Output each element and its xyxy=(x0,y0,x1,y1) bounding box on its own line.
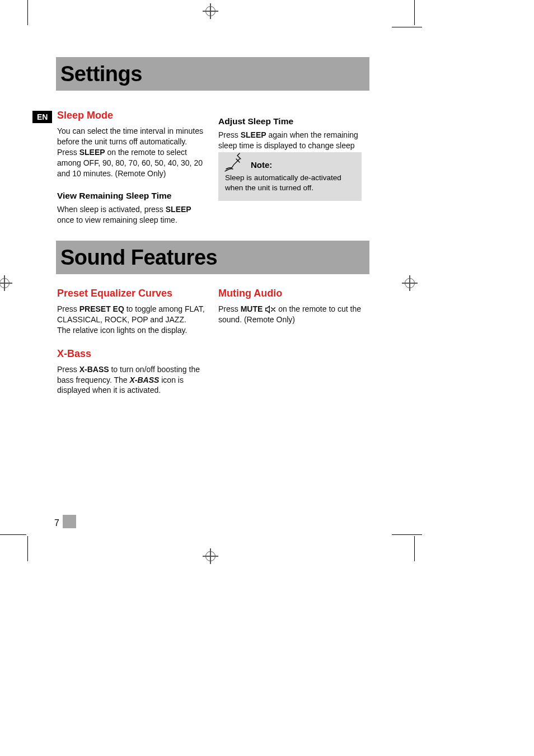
page-square-decoration xyxy=(63,515,76,528)
text-preset-eq-2: The relative icon lights on the display. xyxy=(57,325,208,336)
heading-view-remaining: View Remaining Sleep Time xyxy=(57,191,208,201)
text: Press xyxy=(218,130,241,139)
col-preset-eq: Preset Equalizer Curves Press PRESET EQ … xyxy=(57,288,208,396)
heading-xbass: X-Bass xyxy=(57,348,208,360)
button-label-preset-eq: PRESET EQ xyxy=(79,304,124,313)
button-label-sleep: SLEEP xyxy=(166,205,191,214)
button-label-mute: MUTE xyxy=(241,304,263,313)
registration-mark-icon xyxy=(0,275,12,291)
registration-mark-icon xyxy=(203,548,218,564)
col-sleep-mode: Sleep Mode You can select the time inter… xyxy=(57,110,208,226)
crop-mark xyxy=(414,536,415,561)
crop-mark xyxy=(27,0,28,25)
text: Press xyxy=(57,148,79,157)
crop-mark xyxy=(392,534,422,535)
hand-pencil-icon xyxy=(223,151,245,173)
section-banner-sound-features: Sound Features xyxy=(56,241,369,274)
crop-mark xyxy=(392,27,422,27)
heading-adjust-sleep: Adjust Sleep Time xyxy=(218,116,364,126)
text: When sleep is activated, press xyxy=(57,205,166,214)
heading-sleep-mode: Sleep Mode xyxy=(57,110,208,121)
note-box: Note: Sleep is automatically de-activate… xyxy=(218,152,362,201)
crop-mark xyxy=(0,534,26,535)
crop-mark xyxy=(414,0,415,25)
text: You can select the time interval in minu… xyxy=(57,126,203,146)
text: Press xyxy=(218,304,241,313)
heading-muting: Muting Audio xyxy=(218,288,364,299)
note-label: Note: xyxy=(251,160,355,170)
crop-mark xyxy=(27,536,28,561)
mute-icon xyxy=(265,306,276,313)
button-label-xbass: X-BASS xyxy=(79,365,109,374)
text-preset-eq: Press PRESET EQ to toggle among FLAT, CL… xyxy=(57,304,208,325)
text-sleep-mode-instruction: Press SLEEP on the remote to select amon… xyxy=(57,147,208,179)
button-label-sleep: SLEEP xyxy=(241,130,266,139)
registration-mark-icon xyxy=(402,275,418,291)
text-muting: Press MUTE on the remote to cut the soun… xyxy=(218,304,364,325)
language-badge: EN xyxy=(32,111,52,123)
banner-title: Settings xyxy=(60,62,142,86)
text: Press xyxy=(57,304,79,313)
text-xbass: Press X-BASS to turn on/off boosting the… xyxy=(57,364,208,396)
section-banner-settings: Settings xyxy=(56,57,369,91)
registration-mark-icon xyxy=(203,3,218,19)
col-muting: Muting Audio Press MUTE on the remote to… xyxy=(218,288,364,325)
heading-preset-eq: Preset Equalizer Curves xyxy=(57,288,208,299)
button-label-sleep: SLEEP xyxy=(79,148,105,157)
text: Press xyxy=(57,365,79,374)
text: once to view remaining sleep time. xyxy=(57,215,177,224)
page-number: 7 xyxy=(54,518,59,528)
note-body: Sleep is automatically de-activated when… xyxy=(225,173,355,193)
banner-title: Sound Features xyxy=(60,246,217,270)
icon-label-xbass: X-BASS xyxy=(129,375,159,384)
text-sleep-mode-intro: You can select the time interval in minu… xyxy=(57,126,208,147)
text-view-remaining: When sleep is activated, press SLEEP onc… xyxy=(57,204,208,226)
